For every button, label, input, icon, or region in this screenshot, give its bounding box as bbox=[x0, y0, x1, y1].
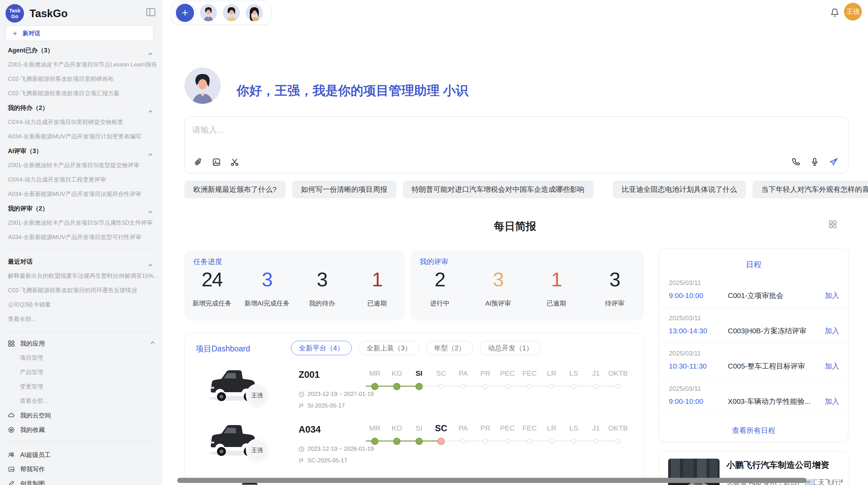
divider bbox=[5, 331, 157, 332]
agent-toolbar: + bbox=[171, 1, 271, 25]
milestone-dot bbox=[593, 384, 599, 389]
suggestion-chip[interactable]: 特朗普可能对进口汽车增税会对中国车企造成哪些影响 bbox=[403, 181, 593, 198]
stat-pending-review: 3 待评审 bbox=[586, 268, 644, 308]
chevron-up-icon[interactable] bbox=[148, 105, 153, 115]
suggestion-chip[interactable]: 当下年轻人对汽车外观有怎样的喜好趋势 bbox=[752, 181, 868, 198]
join-button[interactable]: 加入 bbox=[825, 361, 839, 371]
recent-chat-item[interactable]: 公司Q3轻卡销量 bbox=[0, 298, 162, 312]
milestone-label: PR bbox=[474, 368, 497, 378]
schedule-time: 9:00-10:00 bbox=[669, 291, 728, 300]
milestone-dot bbox=[415, 438, 423, 445]
phone-icon[interactable] bbox=[791, 157, 800, 166]
image-icon[interactable] bbox=[212, 158, 221, 167]
join-button[interactable]: 加入 bbox=[825, 397, 839, 406]
schedule-item[interactable]: 2025/03/11 9:00-10:00 C001-立项审批会 加入 bbox=[659, 272, 848, 308]
recent-chat-item[interactable]: 解释最新出台的欧盟报废车法规再生塑料比例被调至15%... bbox=[0, 269, 162, 283]
milestone-MR: MR bbox=[364, 423, 386, 449]
schedule-item[interactable]: 2025/03/11 10:30-11:30 C005-整车工程目标评审 加入 bbox=[659, 343, 848, 378]
project-row[interactable]: 王强 Z001 2023-12-19 ~ 2027-01-19 SI-2025-… bbox=[185, 363, 644, 418]
sidebar-item[interactable]: A034-全新新能源MUV产品开发项目计划变更表编写 bbox=[0, 129, 162, 144]
sidebar-item-help-me-write[interactable]: 帮我写作 bbox=[0, 462, 162, 476]
chat-input[interactable] bbox=[192, 124, 837, 147]
section-ai-review[interactable]: AI评审（3） bbox=[0, 144, 162, 158]
add-agent-button[interactable]: + bbox=[176, 4, 194, 22]
suggestion-chip[interactable]: 如何写一份清晰的项目周报 bbox=[292, 181, 396, 198]
sidebar-collapse-icon[interactable] bbox=[145, 7, 157, 18]
chevron-up-icon[interactable] bbox=[148, 206, 153, 216]
milestone-label: MR bbox=[364, 423, 386, 433]
schedule-item[interactable]: 2025/03/11 9:00-10:00 X003-车辆动力学性能验... 加… bbox=[659, 378, 848, 413]
suggestion-chip[interactable]: 欧洲新规最近颁布了什么? bbox=[184, 181, 286, 198]
stat-value: 1 bbox=[350, 268, 405, 291]
daily-brief-title: 每日简报 bbox=[162, 219, 868, 234]
agent-avatar[interactable] bbox=[200, 4, 217, 21]
milestone-label: LR bbox=[541, 368, 563, 378]
notification-bell-icon[interactable] bbox=[830, 8, 841, 18]
milestone-label: LS bbox=[563, 368, 585, 378]
recent-view-all[interactable]: 查看全部... bbox=[0, 312, 162, 326]
apps-view-all[interactable]: 查看全部... bbox=[0, 394, 162, 408]
sidebar-item[interactable]: C02-飞腾新能源轻客改款项目立项汇报方案 bbox=[0, 86, 162, 101]
stat-label: 进行中 bbox=[411, 299, 469, 308]
filter-model-year[interactable]: 年型（2） bbox=[426, 341, 473, 355]
sidebar-item[interactable]: C02-飞腾新能源轻客改款项目里程碑画布 bbox=[0, 72, 162, 86]
user-avatar[interactable]: 王强 bbox=[844, 3, 862, 21]
milestone-dot bbox=[461, 384, 466, 389]
project-code: A034 bbox=[299, 424, 321, 435]
project-row[interactable]: 王强 A034 2023-12-19 ~ 2026-01-19 SC-2025-… bbox=[185, 418, 644, 472]
schedule-list: 2025/03/11 9:00-10:00 C001-立项审批会 加入 2025… bbox=[659, 272, 848, 413]
sidebar-item-creative-drawing[interactable]: 创意制图 bbox=[0, 476, 162, 485]
sidebar-item[interactable]: C0X4-动力总成开发项目SI里程碑提交物检查 bbox=[0, 115, 162, 129]
cloud-icon bbox=[8, 412, 15, 419]
milestone-J1: J1 bbox=[585, 423, 607, 449]
sidebar-item[interactable]: Z001-全新燃油轻卡产品开发项目SI造型提交物评审 bbox=[0, 158, 162, 173]
scissors-icon[interactable] bbox=[230, 158, 239, 167]
sidebar-item[interactable]: Z001-全新燃油皮卡产品开发项目SI节点Lesson Learn报告 bbox=[0, 58, 162, 72]
send-icon[interactable] bbox=[829, 157, 839, 167]
chevron-up-icon[interactable] bbox=[148, 148, 153, 158]
schedule-item[interactable]: 2025/03/11 13:00-14:30 C003|H0B-方案冻结评审 加… bbox=[659, 308, 848, 343]
milestone-LS: LS bbox=[563, 368, 585, 394]
join-button[interactable]: 加入 bbox=[825, 326, 839, 336]
chevron-up-icon[interactable] bbox=[148, 259, 153, 269]
sidebar-item[interactable]: A034-全新新能源MUV产品开发项目造型可行性评审 bbox=[0, 230, 162, 245]
join-button[interactable]: 加入 bbox=[825, 291, 839, 300]
filter-powertrain[interactable]: 动总开发（1） bbox=[480, 341, 541, 355]
section-my-todo[interactable]: 我的待办（2） bbox=[0, 101, 162, 115]
section-agent-done[interactable]: Agent已办（3） bbox=[0, 43, 162, 58]
section-my-review[interactable]: 我的评审（2） bbox=[0, 201, 162, 216]
dashboard-title: 项目Dashboard bbox=[196, 344, 250, 354]
sidebar-item-my-apps[interactable]: 我的应用 bbox=[0, 336, 162, 351]
milestone-label: J1 bbox=[585, 423, 607, 433]
chevron-up-icon[interactable] bbox=[148, 48, 153, 58]
medal-icon bbox=[8, 426, 15, 433]
microphone-icon[interactable] bbox=[810, 157, 819, 166]
layout-grid-icon[interactable] bbox=[828, 220, 837, 230]
agent-avatar[interactable] bbox=[246, 4, 263, 21]
app-logo: Task Go bbox=[5, 4, 24, 23]
filter-new-body[interactable]: 全新上装（3） bbox=[359, 341, 419, 355]
app-item-product-mgmt[interactable]: 产品管理 bbox=[0, 365, 162, 380]
sidebar-item-ai-super-staff[interactable]: AI超级员工 bbox=[0, 448, 162, 462]
filter-new-platform[interactable]: 全新平台（4） bbox=[291, 341, 352, 355]
sidebar-item-favorites[interactable]: 我的收藏 bbox=[0, 423, 162, 437]
horizontal-scrollbar[interactable] bbox=[177, 478, 807, 483]
app-item-change-mgmt[interactable]: 变更管理 bbox=[0, 380, 162, 394]
view-all-schedule-link[interactable]: 查看所有日程 bbox=[659, 426, 848, 435]
recent-chat-item[interactable]: C02-飞腾新能源轻客改款项目的闭环通告反馈情况 bbox=[0, 283, 162, 298]
chevron-up-icon[interactable] bbox=[150, 340, 155, 347]
app-item-project-mgmt[interactable]: 项目管理 bbox=[0, 351, 162, 365]
suggestion-chip[interactable]: 比亚迪全固态电池计划具体说了什么 bbox=[613, 181, 746, 198]
greeting-text: 你好，王强，我是你的项目管理助理 小识 bbox=[237, 82, 468, 99]
dashboard-filters: 全新平台（4） 全新上装（3） 年型（2） 动总开发（1） bbox=[291, 341, 541, 355]
sidebar-item[interactable]: C0X4-动力总成开发项目工程变更评审 bbox=[0, 173, 162, 187]
milestone-dot bbox=[527, 439, 532, 444]
agent-avatar[interactable] bbox=[223, 4, 240, 21]
attachment-icon[interactable] bbox=[194, 158, 203, 167]
new-chat-button[interactable]: ＋ 新对话 bbox=[5, 25, 154, 41]
section-recent-chats[interactable]: 最近对话 bbox=[0, 254, 162, 269]
sidebar-item[interactable]: Z001-全新燃油轻卡产品开发项目SI节点属性5D文件评审 bbox=[0, 216, 162, 230]
sidebar-item[interactable]: A034-全新新能源MUV产品开发项目法规符合性评审 bbox=[0, 187, 162, 201]
sidebar-item-cloud-space[interactable]: 我的云空间 bbox=[0, 408, 162, 423]
project-dates: 2023-12-19 ~ 2026-01-19 bbox=[299, 446, 374, 452]
